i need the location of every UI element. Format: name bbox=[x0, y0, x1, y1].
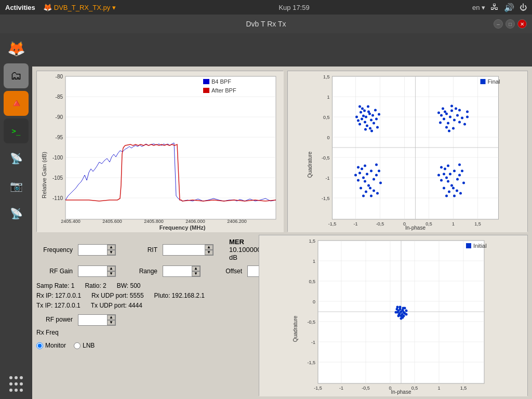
lnb-radio[interactable] bbox=[74, 342, 81, 349]
activities-button[interactable]: Activities bbox=[5, 4, 35, 11]
svg-point-66 bbox=[363, 110, 366, 112]
svg-point-92 bbox=[440, 114, 443, 117]
svg-point-145 bbox=[447, 165, 449, 167]
svg-point-87 bbox=[450, 110, 453, 112]
rit-input[interactable]: 0 bbox=[163, 245, 205, 255]
frequency-input[interactable]: 5750 bbox=[78, 245, 107, 255]
sidebar-item-terminal[interactable]: >_ bbox=[4, 118, 29, 143]
svg-text:-0,5: -0,5 bbox=[376, 221, 384, 227]
sidebar-item-wireless2[interactable]: 📡 bbox=[4, 201, 29, 226]
svg-point-101 bbox=[466, 111, 469, 113]
monitor-radio-item[interactable]: Monitor bbox=[36, 341, 66, 351]
sidebar-item-wireless[interactable]: 📡 bbox=[4, 146, 29, 171]
rit-up-button[interactable]: ▲ bbox=[205, 245, 213, 250]
svg-point-129 bbox=[453, 170, 456, 172]
range-down-button[interactable]: ▼ bbox=[192, 271, 200, 276]
sidebar-item-camera[interactable]: 📷 bbox=[4, 174, 29, 198]
svg-point-75 bbox=[374, 109, 377, 112]
firefox-icon: 🦊 bbox=[43, 3, 52, 11]
svg-point-82 bbox=[445, 113, 448, 115]
svg-point-128 bbox=[445, 177, 448, 179]
monitor-radio[interactable] bbox=[36, 342, 43, 349]
svg-point-139 bbox=[456, 190, 458, 192]
rf-power-up-button[interactable]: ▲ bbox=[107, 315, 115, 320]
rit-label: RIT bbox=[121, 246, 157, 254]
svg-point-110 bbox=[367, 184, 370, 187]
minimize-button[interactable]: – bbox=[494, 19, 503, 29]
mer-value: 10.100000 dB bbox=[229, 246, 261, 261]
frequency-label: Frequency bbox=[36, 246, 73, 254]
svg-point-114 bbox=[378, 170, 380, 172]
maximize-button[interactable]: □ bbox=[506, 19, 515, 29]
svg-point-119 bbox=[354, 174, 357, 177]
top-bar-right: en ▾ 🖧 🔊 ⏻ bbox=[472, 3, 527, 12]
svg-rect-21 bbox=[203, 79, 209, 84]
show-apps-button[interactable] bbox=[4, 371, 29, 396]
bottom-section: Frequency 5750 ▲ ▼ RIT 0 ▲ ▼ bbox=[36, 235, 528, 396]
close-button[interactable]: ✕ bbox=[517, 19, 527, 29]
svg-text:Final: Final bbox=[488, 78, 500, 85]
sidebar-item-files[interactable]: 🗂 bbox=[4, 63, 29, 88]
rx-freq-radio-group: Monitor LNB bbox=[36, 341, 255, 351]
monitor-label: Monitor bbox=[45, 341, 66, 351]
svg-point-111 bbox=[375, 174, 378, 177]
rf-power-down-button[interactable]: ▼ bbox=[107, 320, 115, 325]
svg-point-76 bbox=[364, 128, 367, 131]
svg-point-121 bbox=[376, 192, 379, 195]
rf-power-input[interactable]: 10,0 bbox=[78, 315, 107, 325]
rf-gain-input[interactable]: 10,0 bbox=[78, 267, 107, 276]
rx-freq-section: Rx Freq Monitor LNB bbox=[36, 328, 255, 351]
svg-point-62 bbox=[367, 111, 370, 113]
svg-point-81 bbox=[449, 116, 451, 118]
info-row-3: Tx IP: 127.0.0.1 Tx UDP port: 4444 bbox=[36, 301, 255, 311]
mer-label: MER bbox=[229, 238, 261, 246]
sidebar-item-vlc[interactable]: 🔺 bbox=[4, 91, 29, 116]
svg-text:0: 0 bbox=[327, 135, 329, 140]
rf-gain-down-button[interactable]: ▼ bbox=[107, 271, 115, 276]
svg-point-93 bbox=[455, 108, 457, 110]
svg-point-136 bbox=[452, 187, 455, 190]
frequency-down-button[interactable]: ▼ bbox=[107, 250, 115, 255]
power-icon[interactable]: ⏻ bbox=[520, 3, 527, 11]
svg-text:-95: -95 bbox=[56, 135, 63, 140]
svg-text:-1,5: -1,5 bbox=[328, 221, 337, 227]
range-label: Range bbox=[121, 268, 157, 275]
range-input[interactable]: 30 bbox=[163, 267, 192, 276]
svg-point-104 bbox=[366, 173, 368, 176]
rf-gain-up-button[interactable]: ▲ bbox=[107, 266, 115, 271]
sidebar-item-firefox[interactable]: 🦊 bbox=[4, 36, 29, 61]
app-arrow-icon: ▾ bbox=[112, 4, 116, 11]
svg-point-202 bbox=[400, 317, 403, 320]
svg-point-143 bbox=[443, 187, 445, 190]
sidebar: 🦊 🗂 🔺 >_ 📡 📷 📡 bbox=[0, 33, 32, 399]
lang-button[interactable]: en ▾ bbox=[472, 4, 485, 11]
svg-point-198 bbox=[399, 306, 402, 309]
lnb-radio-item[interactable]: LNB bbox=[74, 341, 95, 351]
svg-text:Relative Gain (dB): Relative Gain (dB) bbox=[41, 152, 47, 198]
svg-text:-0,5: -0,5 bbox=[362, 385, 370, 391]
svg-point-64 bbox=[371, 114, 374, 117]
range-spinner[interactable]: 30 ▲ ▼ bbox=[163, 265, 201, 277]
svg-point-80 bbox=[355, 116, 358, 118]
rx-ip-label: Rx IP: 127.0.0.1 bbox=[36, 291, 81, 301]
lnb-label: LNB bbox=[83, 341, 95, 351]
svg-text:-1,5: -1,5 bbox=[322, 196, 330, 201]
svg-point-86 bbox=[443, 118, 445, 121]
rf-power-label: RF power bbox=[36, 315, 73, 325]
rf-gain-spinner[interactable]: 10,0 ▲ ▼ bbox=[78, 265, 116, 277]
svg-point-59 bbox=[364, 121, 366, 124]
svg-point-120 bbox=[360, 187, 362, 190]
rf-power-spinner[interactable]: 10,0 ▲ ▼ bbox=[78, 314, 116, 326]
svg-text:1,5: 1,5 bbox=[460, 385, 467, 391]
app-menu[interactable]: 🦊 DVB_T_RX_TX.py ▾ bbox=[43, 3, 116, 11]
volume-icon[interactable]: 🔊 bbox=[504, 3, 514, 12]
range-up-button[interactable]: ▲ bbox=[192, 266, 200, 271]
frequency-up-button[interactable]: ▲ bbox=[107, 245, 115, 250]
frequency-spinner[interactable]: 5750 ▲ ▼ bbox=[78, 244, 116, 256]
svg-point-106 bbox=[370, 170, 373, 172]
rit-spinner[interactable]: 0 ▲ ▼ bbox=[163, 244, 214, 256]
svg-point-109 bbox=[358, 172, 361, 175]
top-section: Relative Gain (dB) Frequency (MHz) -80 -… bbox=[36, 71, 528, 232]
svg-point-123 bbox=[370, 195, 373, 197]
rit-down-button[interactable]: ▼ bbox=[205, 250, 213, 255]
